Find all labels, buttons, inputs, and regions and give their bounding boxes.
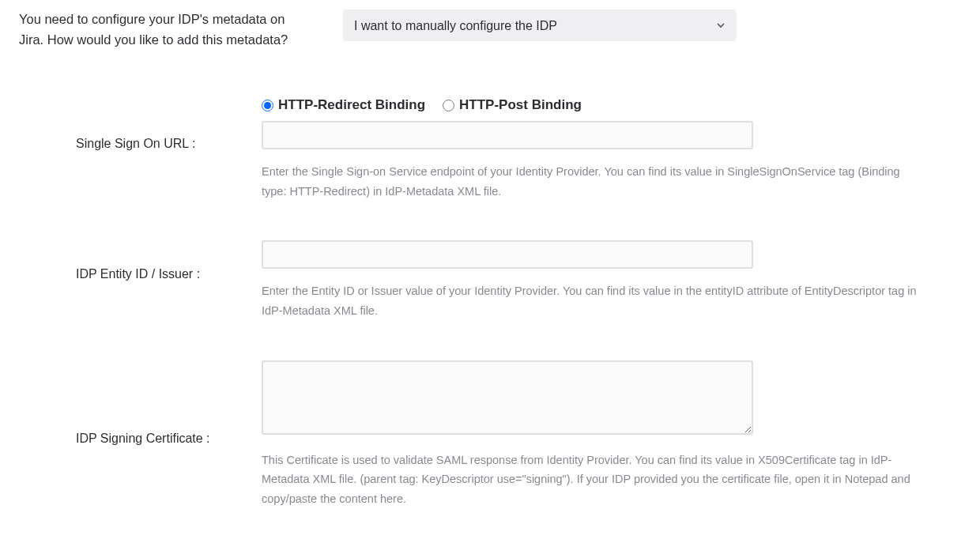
http-post-radio[interactable]	[443, 100, 454, 111]
signing-cert-hint: This Certificate is used to validate SAM…	[262, 451, 925, 509]
metadata-prompt-text: You need to configure your IDP's metadat…	[19, 9, 311, 50]
binding-post-radio-item[interactable]: HTTP-Post Binding	[443, 97, 582, 113]
sso-url-input[interactable]	[262, 121, 753, 149]
sso-url-label: Single Sign On URL :	[76, 97, 262, 153]
signing-cert-label: IDP Signing Certificate :	[76, 360, 262, 447]
http-redirect-label: HTTP-Redirect Binding	[278, 97, 425, 113]
sso-url-hint: Enter the Single Sign-on Service endpoin…	[262, 162, 925, 201]
entity-id-input[interactable]	[262, 240, 753, 269]
entity-id-hint: Enter the Entity ID or Issuer value of y…	[262, 281, 925, 320]
signing-cert-textarea[interactable]	[262, 360, 753, 435]
entity-id-label: IDP Entity ID / Issuer :	[76, 240, 262, 283]
metadata-mode-select[interactable]: I want to manually configure the IDP	[343, 9, 737, 41]
http-post-label: HTTP-Post Binding	[459, 97, 582, 113]
metadata-select-wrap: I want to manually configure the IDP	[343, 9, 737, 41]
binding-redirect-radio-item[interactable]: HTTP-Redirect Binding	[262, 97, 425, 113]
http-redirect-radio[interactable]	[262, 100, 273, 111]
